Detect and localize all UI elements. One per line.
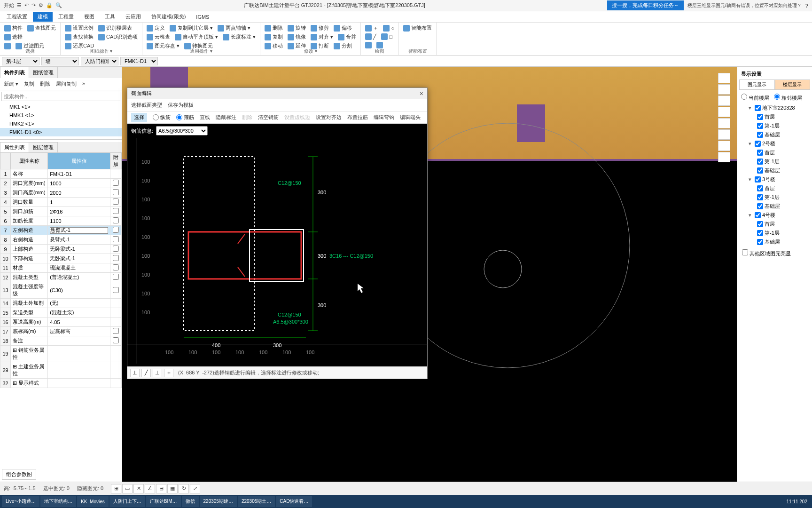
tree-node[interactable]: 首层 (739, 148, 810, 157)
ribbon-button[interactable]: □ (380, 32, 394, 41)
taskbar-item[interactable]: 微信 (182, 496, 199, 507)
property-row[interactable]: 10下部构造无卧梁式-1 (0, 254, 122, 263)
taskbar-item[interactable]: 220305期建… (200, 496, 237, 507)
subcategory-select[interactable]: 人防门框墙 (81, 57, 118, 65)
taskbar-item[interactable]: 地下室结构… (40, 496, 76, 507)
copy-button[interactable]: 复制 (22, 79, 37, 88)
ribbon-button[interactable]: 复制到其它层 ▾ (168, 24, 214, 32)
edit-hook[interactable]: 编辑弯钩 (374, 114, 394, 121)
close-poly-icon[interactable]: ✕ (133, 484, 144, 493)
tree-node[interactable]: 首层 (739, 184, 810, 193)
tree-node[interactable]: 基础层 (739, 202, 810, 211)
close-icon[interactable]: × (420, 90, 423, 97)
item-select[interactable]: FMK1-D1 (120, 57, 158, 65)
view-orbit-icon[interactable] (718, 73, 730, 83)
ribbon-button[interactable]: 云检查 (145, 32, 172, 41)
tab-properties[interactable]: 属性列表 (0, 142, 29, 152)
tab-component-list[interactable]: 构件列表 (0, 67, 29, 78)
view-2d-icon[interactable] (718, 84, 730, 95)
ribbon-button[interactable]: ＋ (364, 24, 380, 32)
tree-node[interactable]: 第-1层 (739, 229, 810, 238)
property-row[interactable]: 12混凝土类型(普通混凝土) (0, 273, 122, 282)
tree-node[interactable]: 基础层 (739, 166, 810, 175)
property-row[interactable]: 6加筋长度1100 (0, 216, 122, 226)
ribbon-button[interactable]: 对齐 ▾ (309, 32, 335, 41)
tree-node[interactable]: ▾ 3号楼 (739, 175, 810, 184)
ribbon-button[interactable]: 查找替换 (63, 32, 95, 41)
ribbon-button[interactable]: 选择 (3, 32, 24, 41)
help-question[interactable]: 楼层三维显示图元/轴网有错误，位置不对应如何处理？ (687, 2, 802, 9)
more-button[interactable]: » (80, 79, 87, 88)
qat-settings[interactable]: ⚙ (39, 2, 43, 8)
promo-banner[interactable]: 搜一搜，完成每日积分任务～ (607, 0, 684, 10)
property-row[interactable]: 29⊞ 土建业务属性 (0, 362, 122, 379)
ribbon-button[interactable]: 合并 (336, 32, 358, 41)
taskbar-item[interactable]: KK_Movies (77, 496, 109, 507)
view-measure-icon[interactable] (718, 141, 730, 151)
grid-icon[interactable]: ▦ (167, 484, 178, 493)
view-layer-icon[interactable] (718, 152, 730, 162)
property-row[interactable]: 3洞口高度(mm)2000 (0, 188, 122, 198)
property-row[interactable]: 18备注 (0, 336, 122, 346)
qat-menu[interactable]: ☰ (17, 2, 22, 8)
tree-node[interactable]: ▾ 地下室220328 (739, 103, 810, 112)
ribbon-button[interactable]: 定义 (145, 24, 166, 32)
tree-node[interactable]: 第-1层 (739, 157, 810, 166)
menu-tools[interactable]: 工具 (100, 12, 120, 22)
property-row[interactable]: 16泵送高度(m)4.05 (0, 318, 122, 327)
taskbar-item[interactable]: Live~小题通… (2, 496, 39, 507)
menu-project-settings[interactable]: 工程设置 (2, 12, 32, 22)
menu-cloud[interactable]: 云应用 (121, 12, 146, 22)
foot-snap-icon[interactable]: ⊥ (130, 369, 140, 377)
ribbon-button[interactable]: 构件 (3, 24, 24, 32)
property-row[interactable]: 14混凝土外加剂(无) (0, 299, 122, 308)
property-row[interactable]: 4洞口数量1 (0, 198, 122, 207)
tree-node[interactable]: 基础层 (739, 238, 810, 246)
delete-button[interactable]: 删除 (38, 79, 53, 88)
view-section-icon[interactable] (718, 129, 730, 140)
qat-start[interactable]: 开始 (4, 2, 14, 9)
tree-node[interactable]: ▾ 4号楼 (739, 211, 810, 220)
ribbon-button[interactable]: 旋转 (286, 24, 307, 32)
ribbon-button[interactable]: ╱ (364, 32, 378, 41)
section-canvas[interactable]: 300 300 300 400 300 C12@150 3C16 --- C12… (127, 138, 427, 366)
dialog-title-bar[interactable]: 截面编辑 × (127, 88, 427, 99)
help-icon[interactable]: ? (805, 3, 808, 8)
taskbar-item[interactable]: 人防门上下… (109, 496, 145, 507)
ribbon-button[interactable]: 修剪 (309, 24, 330, 32)
set-align[interactable]: 设置对齐边 (316, 114, 342, 121)
qat-redo[interactable]: ↷ (31, 2, 36, 8)
tab-drawing-mgmt[interactable]: 图纸管理 (29, 67, 58, 78)
ribbon-button[interactable]: 查找图元 (26, 24, 57, 32)
property-row[interactable]: 8右侧构造悬臂式-1 (0, 235, 122, 245)
floor-copy-button[interactable]: 层间复制 (54, 79, 79, 88)
property-row[interactable]: 17底标高(m)层底标高 (0, 327, 122, 336)
edit-end[interactable]: 编辑端头 (400, 114, 421, 121)
property-row[interactable]: 11材质现浇混凝土 (0, 263, 122, 273)
qat-undo[interactable]: ↶ (24, 2, 29, 8)
category-select[interactable]: 墙 (41, 57, 79, 65)
property-row[interactable]: 32⊞ 显示样式 (0, 379, 122, 388)
qat-lock[interactable]: 🔒 (46, 2, 53, 8)
tab-layers[interactable]: 图层管理 (29, 142, 58, 152)
property-row[interactable]: 5洞口加筋2Φ16 (0, 207, 122, 216)
search-input[interactable] (1, 92, 120, 101)
ribbon-button[interactable]: CAD识别选项 (97, 32, 139, 41)
property-row[interactable]: 9上部构造无卧梁式-1 (0, 245, 122, 254)
property-row[interactable]: 7左侧构造 (0, 226, 122, 235)
refresh-icon[interactable]: ↻ (179, 484, 189, 493)
tree-node[interactable]: 首层 (739, 112, 810, 121)
select-section-type[interactable]: 选择截面类型 (131, 102, 162, 109)
property-row[interactable]: 19⊞ 钢筋业务属性 (0, 346, 122, 362)
line-tool[interactable]: 直线 (200, 114, 210, 121)
menu-quantity[interactable]: 工程量 (54, 12, 78, 22)
ribbon-button[interactable]: 偏移 (332, 24, 353, 32)
ribbon-button[interactable]: 识别楼层表 (97, 24, 133, 32)
floor-select[interactable]: 第-1层 (2, 57, 39, 65)
qat-search[interactable]: 🔍 (55, 2, 62, 8)
property-row[interactable]: 13混凝土强度等级(C30) (0, 282, 122, 299)
taskbar-item[interactable]: 220305期土… (238, 496, 275, 507)
tab-element-display[interactable]: 图元显示 (739, 79, 775, 90)
ribbon-button[interactable]: 设置比例 (63, 24, 95, 32)
ribbon-button[interactable]: 自动平齐顶板 ▾ (173, 32, 219, 41)
